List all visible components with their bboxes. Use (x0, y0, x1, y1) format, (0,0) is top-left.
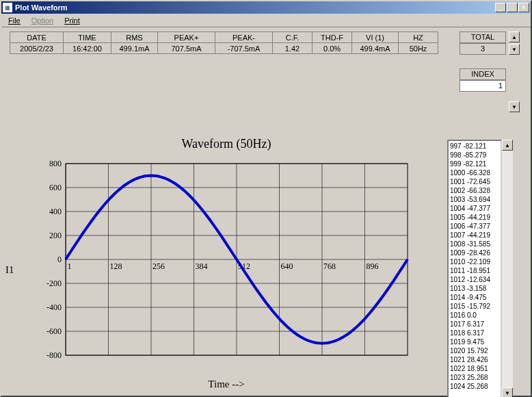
content-area: DATE TIME RMS PEAK+ PEAK- C.F. THD-F VI … (1, 27, 531, 396)
th-vi: VI (1) (352, 32, 399, 43)
list-item[interactable]: 1004 -47.377 (450, 204, 499, 213)
svg-text:800: 800 (49, 159, 62, 168)
th-cf: C.F. (273, 32, 312, 43)
td-rms: 499.1mA (111, 43, 158, 54)
total-label: TOTAL (460, 31, 506, 43)
index-scroll-down[interactable]: ▼ (509, 101, 520, 112)
sample-listbox[interactable]: 997 -82.121998 -85.279999 -82.1211000 -6… (447, 140, 502, 397)
data-table: DATE TIME RMS PEAK+ PEAK- C.F. THD-F VI … (10, 31, 438, 54)
list-scroll-up[interactable]: ▲ (502, 140, 513, 151)
list-scroll-down[interactable]: ▼ (502, 387, 513, 397)
total-value: 3 (460, 43, 506, 55)
list-item[interactable]: 1008 -31.585 (450, 240, 499, 248)
svg-text:200: 200 (49, 231, 62, 240)
list-item[interactable]: 997 -82.121 (450, 142, 499, 151)
minimize-button[interactable]: _ (495, 3, 506, 12)
list-item[interactable]: 1017 6.317 (450, 320, 499, 329)
list-item[interactable]: 1002 -66.328 (450, 186, 499, 195)
menu-print[interactable]: Print (60, 15, 84, 26)
menu-option[interactable]: Option (27, 15, 57, 26)
td-hz: 50Hz (399, 43, 438, 54)
menu-file[interactable]: File (4, 15, 25, 26)
td-time: 16:42:00 (64, 43, 111, 54)
list-item[interactable]: 1018 6.317 (450, 329, 499, 337)
svg-text:1: 1 (67, 261, 71, 271)
list-item[interactable]: 1001 -72.645 (450, 177, 499, 186)
th-peakm: PEAK- (215, 32, 273, 43)
list-scroll-track[interactable] (502, 151, 513, 387)
td-thdf: 0.0% (312, 43, 352, 54)
plot-area: Waveform (50Hz) -800-600-400-20002004006… (18, 137, 435, 397)
svg-text:128: 128 (110, 261, 122, 271)
svg-text:0: 0 (57, 255, 62, 264)
svg-text:640: 640 (281, 261, 293, 271)
list-item[interactable]: 1003 -53.694 (450, 195, 499, 204)
th-date: DATE (10, 32, 64, 43)
list-item[interactable]: 1022 18.951 (450, 364, 499, 373)
list-item[interactable]: 1013 -3.158 (450, 284, 499, 293)
list-item[interactable]: 1021 28.426 (450, 355, 499, 364)
svg-text:-200: -200 (46, 279, 62, 288)
y-axis-label: I1 (5, 264, 14, 276)
list-item[interactable]: 1006 -47.377 (450, 222, 499, 231)
list-item[interactable]: 1000 -66.328 (450, 168, 499, 177)
list-item[interactable]: 1023 25.268 (450, 373, 499, 382)
td-date: 2005/2/23 (10, 43, 64, 54)
th-time: TIME (64, 32, 111, 43)
waveform-chart: -800-600-400-200020040060080011282563845… (18, 157, 414, 376)
list-item[interactable]: 1014 -9.475 (450, 293, 499, 302)
th-thdf: THD-F (312, 32, 352, 43)
table-scroll-down[interactable]: ▼ (509, 44, 520, 55)
titlebar: ▦ Plot Waveform _ □ ✕ (1, 1, 531, 14)
maximize-button[interactable]: □ (507, 3, 518, 12)
list-item[interactable]: 1011 -18.951 (450, 266, 499, 275)
td-peakm: -707.5mA (215, 43, 273, 54)
svg-text:-400: -400 (46, 303, 62, 312)
list-item[interactable]: 1019 9.475 (450, 337, 499, 346)
x-axis-label: Time --> (18, 379, 435, 390)
listbox-scrollbar[interactable]: ▲ ▼ (502, 140, 513, 397)
list-item[interactable]: 1016 0.0 (450, 311, 499, 320)
list-item[interactable]: 1007 -44.219 (450, 231, 499, 240)
svg-text:768: 768 (323, 261, 336, 271)
list-item[interactable]: 1010 -22.109 (450, 257, 499, 266)
th-rms: RMS (111, 32, 158, 43)
svg-text:-600: -600 (46, 326, 62, 336)
app-icon: ▦ (3, 3, 12, 12)
svg-text:400: 400 (49, 207, 62, 216)
close-button[interactable]: ✕ (518, 3, 529, 12)
menubar: File Option Print (1, 14, 531, 27)
svg-text:600: 600 (49, 183, 62, 192)
list-item[interactable]: 1024 25.268 (450, 382, 499, 391)
svg-text:384: 384 (196, 261, 208, 271)
index-value[interactable]: 1 (460, 80, 506, 92)
table-row[interactable]: 2005/2/23 16:42:00 499.1mA 707.5mA -707.… (10, 43, 438, 54)
chart-title: Waveform (50Hz) (18, 137, 435, 151)
list-item[interactable]: 999 -82.121 (450, 159, 499, 168)
list-item[interactable]: 1015 -15.792 (450, 302, 499, 311)
td-vi: 499.4mA (352, 43, 399, 54)
svg-text:-800: -800 (46, 350, 62, 360)
list-item[interactable]: 998 -85.279 (450, 151, 499, 159)
table-scroll-up[interactable]: ▲ (509, 31, 520, 42)
list-item[interactable]: 1005 -44.219 (450, 213, 499, 222)
th-hz: HZ (399, 32, 438, 43)
td-peakp: 707.5mA (158, 43, 215, 54)
svg-text:256: 256 (152, 261, 165, 271)
list-item[interactable]: 1012 -12.634 (450, 275, 499, 284)
td-cf: 1.42 (273, 43, 312, 54)
window-title: Plot Waveform (15, 3, 495, 12)
svg-text:896: 896 (367, 261, 379, 271)
list-item[interactable]: 1020 15.792 (450, 346, 499, 355)
list-item[interactable]: 1009 -28.426 (450, 248, 499, 257)
th-peakp: PEAK+ (158, 32, 215, 43)
index-label: INDEX (460, 68, 506, 80)
